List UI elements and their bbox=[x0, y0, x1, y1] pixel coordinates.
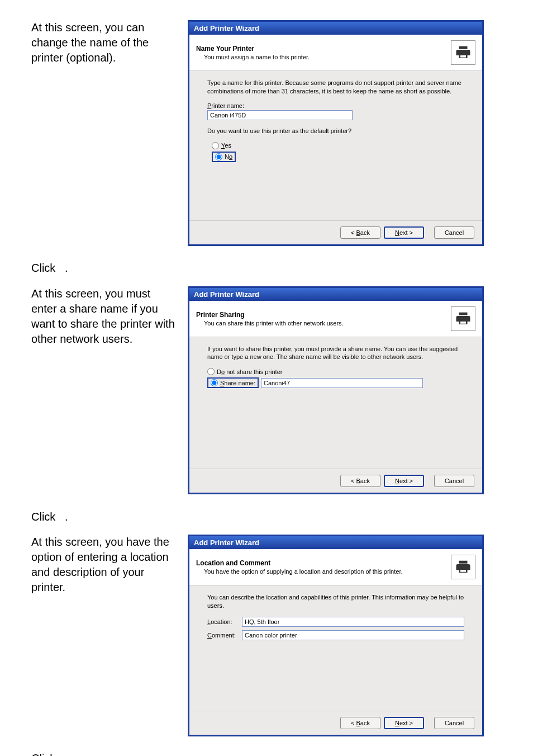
header-subtitle: You must assign a name to this printer. bbox=[196, 53, 451, 60]
printer-icon bbox=[451, 555, 475, 579]
click-instruction-3: Click. bbox=[31, 748, 502, 756]
printer-name-label: Printer name: bbox=[207, 102, 464, 109]
wizard-location-comment: Add Printer Wizard Location and Comment … bbox=[188, 535, 484, 736]
dialog-title: Add Printer Wizard bbox=[189, 288, 482, 301]
comment-input[interactable] bbox=[242, 630, 464, 640]
dialog-header: Printer Sharing You can share this print… bbox=[189, 301, 482, 337]
printer-name-input[interactable] bbox=[207, 110, 353, 120]
dialog-footer: < Back Next > Cancel bbox=[189, 711, 482, 735]
next-button[interactable]: Next > bbox=[384, 717, 424, 729]
dialog-footer: < Back Next > Cancel bbox=[189, 469, 482, 493]
dialog-title: Add Printer Wizard bbox=[189, 22, 482, 35]
click-instruction-2: Click. bbox=[31, 505, 502, 528]
header-title: Location and Comment bbox=[196, 559, 451, 567]
next-button[interactable]: Next > bbox=[384, 226, 424, 239]
instruction-text-3: At this screen, you have the option of e… bbox=[31, 535, 188, 595]
header-subtitle: You can share this printer with other ne… bbox=[196, 319, 451, 327]
radio-do-not-share-row[interactable]: Do not share this printer bbox=[207, 368, 464, 375]
header-title: Printer Sharing bbox=[196, 311, 451, 319]
wizard-name-printer: Add Printer Wizard Name Your Printer You… bbox=[188, 20, 484, 246]
radio-yes-row[interactable]: Yes bbox=[212, 142, 464, 149]
location-input[interactable] bbox=[242, 617, 464, 627]
instruction-text-2: At this screen, you must enter a share n… bbox=[31, 286, 188, 347]
header-subtitle: You have the option of supplying a locat… bbox=[196, 567, 451, 575]
radio-do-not-share[interactable] bbox=[207, 368, 215, 375]
dialog-header: Location and Comment You have the option… bbox=[189, 549, 482, 585]
radio-no-row[interactable]: No bbox=[212, 152, 464, 162]
radio-share-name[interactable] bbox=[211, 379, 218, 386]
cancel-button[interactable]: Cancel bbox=[434, 226, 474, 239]
body-text: You can describe the location and capabi… bbox=[207, 593, 464, 610]
cancel-button[interactable]: Cancel bbox=[434, 717, 474, 729]
printer-icon bbox=[451, 40, 475, 65]
location-label: Location: bbox=[207, 618, 242, 625]
back-button[interactable]: < Back bbox=[340, 475, 380, 487]
back-button[interactable]: < Back bbox=[340, 226, 380, 239]
header-title: Name Your Printer bbox=[196, 45, 451, 53]
comment-label: Comment: bbox=[207, 632, 242, 639]
dialog-footer: < Back Next > Cancel bbox=[189, 220, 482, 244]
dialog-title: Add Printer Wizard bbox=[189, 536, 482, 549]
body-text: If you want to share this printer, you m… bbox=[207, 345, 464, 362]
next-button[interactable]: Next > bbox=[384, 475, 424, 487]
radio-share-name-row[interactable]: Share name: bbox=[207, 377, 464, 388]
radio-no[interactable] bbox=[215, 153, 222, 160]
radio-yes[interactable] bbox=[212, 142, 219, 149]
share-name-input[interactable] bbox=[261, 378, 423, 388]
back-button[interactable]: < Back bbox=[340, 717, 380, 729]
instruction-text-1: At this screen, you can change the name … bbox=[31, 20, 188, 65]
body-text: Type a name for this printer. Because so… bbox=[207, 79, 464, 96]
click-instruction-1: Click. bbox=[31, 257, 502, 280]
default-printer-question: Do you want to use this printer as the d… bbox=[207, 127, 464, 135]
cancel-button[interactable]: Cancel bbox=[434, 475, 474, 487]
wizard-printer-sharing: Add Printer Wizard Printer Sharing You c… bbox=[188, 286, 484, 495]
dialog-header: Name Your Printer You must assign a name… bbox=[189, 35, 482, 71]
printer-icon bbox=[451, 306, 475, 331]
